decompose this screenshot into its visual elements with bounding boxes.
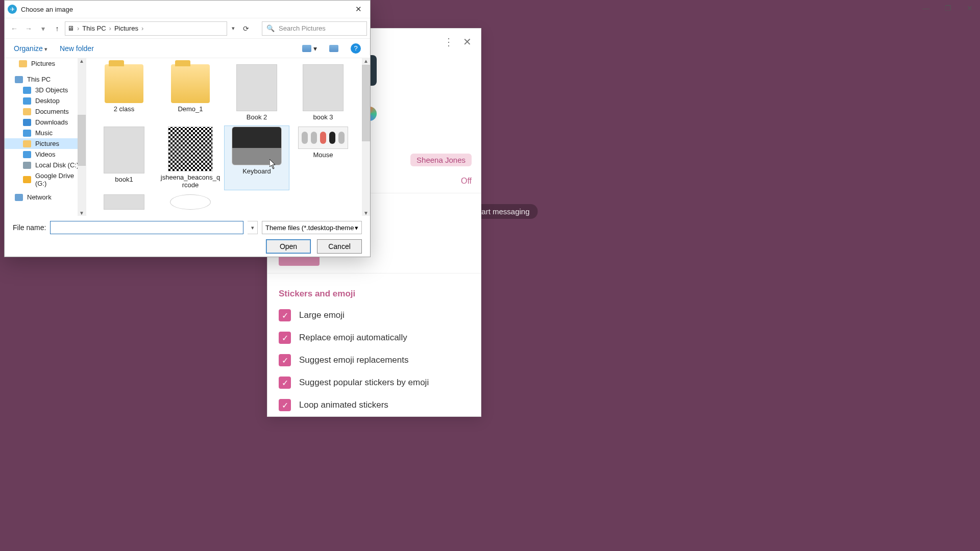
chevron-down-icon: ▾ [355, 224, 358, 232]
checkbox-checked-icon: ✓ [279, 399, 291, 411]
music-icon [23, 130, 31, 137]
organize-menu[interactable]: Organize [14, 44, 47, 53]
item-label: book 3 [313, 113, 333, 121]
file-item-book3[interactable]: book 3 [290, 63, 356, 122]
chevron-right-icon: › [141, 24, 143, 32]
check-suggest-stickers[interactable]: ✓Suggest popular stickers by emoji [267, 371, 481, 394]
check-label: Suggest popular stickers by emoji [299, 378, 429, 388]
breadcrumb-thispc[interactable]: This PC [82, 24, 106, 32]
nav-back-button[interactable]: ← [8, 22, 21, 35]
tree-downloads[interactable]: Downloads [5, 117, 86, 128]
folder-icon [19, 60, 27, 67]
check-large-emoji[interactable]: ✓Large emoji [267, 304, 481, 327]
tree-label: Pictures [31, 60, 55, 67]
nav-up-button[interactable]: ↑ [51, 22, 64, 35]
tree-thispc[interactable]: This PC [5, 74, 86, 85]
open-button[interactable]: Open [266, 239, 311, 254]
desktop-icon [23, 97, 31, 105]
filetype-filter[interactable]: Theme files (*.tdesktop-theme▾ [262, 221, 362, 234]
network-icon [15, 194, 23, 201]
tree-desktop[interactable]: Desktop [5, 95, 86, 106]
check-suggest-replacements[interactable]: ✓Suggest emoji replacements [267, 349, 481, 371]
tree-videos[interactable]: Videos [5, 149, 86, 160]
tree-label: This PC [27, 76, 51, 83]
view-mode-button[interactable]: ▾ [302, 44, 317, 53]
checkbox-checked-icon: ✓ [279, 377, 291, 389]
window-close[interactable]: ✕ [967, 4, 973, 12]
tree-label: Network [27, 193, 52, 201]
cancel-button[interactable]: Cancel [317, 239, 362, 254]
check-loop-animated[interactable]: ✓Loop animated stickers [267, 394, 481, 416]
item-label: 2 class [114, 105, 134, 113]
chevron-right-icon: › [109, 24, 111, 32]
file-item-partial[interactable] [91, 193, 157, 211]
file-item-keyboard[interactable]: Keyboard [224, 126, 289, 190]
item-label: Mouse [313, 151, 333, 159]
item-label: Demo_1 [178, 105, 203, 113]
tree-music[interactable]: Music [5, 128, 86, 138]
file-item-qrcode[interactable]: jsheena_beacons_qrcode [158, 126, 223, 190]
check-label: Suggest emoji replacements [299, 355, 409, 365]
tree-localdisk[interactable]: Local Disk (C:) [5, 160, 86, 170]
stickers-section-title: Stickers and emoji [267, 280, 481, 304]
chevron-right-icon: › [77, 24, 79, 32]
check-label: Replace emoji automatically [299, 333, 407, 343]
item-label: Keyboard [242, 167, 271, 176]
tree-label: Local Disk (C:) [35, 161, 79, 169]
address-bar[interactable]: 🖥 › This PC › Pictures › [65, 21, 227, 36]
filename-label: File name: [13, 223, 46, 232]
telegram-icon: ✈ [8, 5, 17, 14]
image-thumbnail [303, 64, 344, 111]
file-item-partial[interactable] [158, 193, 223, 211]
file-grid: 2 class Demo_1 Book 2 book 3 book1 jshee… [86, 58, 370, 216]
window-minimize[interactable]: — [922, 4, 929, 12]
help-icon[interactable]: ? [351, 43, 361, 54]
videos-icon [23, 151, 31, 158]
folder-icon [171, 64, 210, 103]
window-maximize[interactable]: ❐ [945, 4, 951, 12]
search-placeholder: Search Pictures [279, 24, 326, 32]
nav-forward-button[interactable]: → [22, 22, 35, 35]
tree-scrollbar[interactable]: ▲▼ [78, 58, 86, 216]
tree-gdrive[interactable]: Google Drive (G:) [5, 170, 86, 189]
search-icon: 🔍 [266, 24, 275, 32]
check-label: Loop animated stickers [299, 400, 388, 410]
close-icon[interactable]: ✕ [463, 36, 472, 48]
file-open-dialog: ✈ Choose an image ✕ ← → ▾ ↑ 🖥 › This PC … [4, 0, 371, 257]
new-folder-button[interactable]: New folder [60, 44, 94, 53]
nav-recent-dropdown[interactable]: ▾ [36, 22, 50, 35]
file-item-mouse[interactable]: Mouse [290, 126, 356, 190]
preview-pane-button[interactable] [329, 45, 338, 52]
pc-icon: 🖥 [67, 24, 74, 32]
documents-icon [23, 108, 31, 115]
kebab-menu-icon[interactable]: ⋮ [444, 36, 454, 48]
thumbnails-icon [302, 45, 311, 52]
file-item-folder-2class[interactable]: 2 class [91, 63, 157, 122]
tree-pictures-quick[interactable]: Pictures [5, 58, 86, 69]
check-replace-emoji[interactable]: ✓Replace emoji automatically [267, 327, 481, 349]
refresh-button[interactable]: ⟳ [239, 24, 253, 33]
search-input[interactable]: 🔍 Search Pictures [262, 21, 367, 36]
tree-label: Pictures [35, 140, 59, 147]
tree-3dobjects[interactable]: 3D Objects [5, 85, 86, 95]
folder-icon [23, 87, 31, 94]
animations-value: Off [461, 177, 472, 186]
profile-name-badge: Sheena Jones [410, 154, 472, 166]
address-history-dropdown[interactable]: ▾ [228, 25, 238, 32]
tree-label: Videos [35, 151, 56, 158]
filename-input[interactable] [50, 221, 243, 234]
tree-pictures[interactable]: Pictures [5, 138, 86, 149]
dialog-close-button[interactable]: ✕ [350, 3, 367, 16]
grid-scrollbar[interactable]: ▲▼ [362, 58, 370, 216]
dialog-title: Choose an image [21, 6, 73, 13]
filename-history-dropdown[interactable]: ▾ [248, 221, 258, 234]
item-label: jsheena_beacons_qrcode [160, 173, 220, 189]
file-item-book2[interactable]: Book 2 [224, 63, 289, 122]
gdrive-icon [23, 176, 31, 183]
tree-network[interactable]: Network [5, 192, 86, 203]
drive-icon [23, 162, 31, 169]
tree-documents[interactable]: Documents [5, 106, 86, 117]
file-item-book1[interactable]: book1 [91, 126, 157, 190]
file-item-folder-demo1[interactable]: Demo_1 [158, 63, 223, 122]
breadcrumb-pictures[interactable]: Pictures [114, 24, 138, 32]
